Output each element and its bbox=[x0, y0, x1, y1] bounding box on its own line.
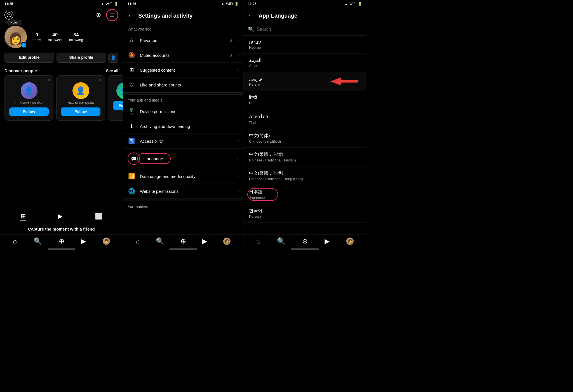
card-avatar-2: 👤 bbox=[116, 82, 123, 99]
posts-stat[interactable]: 0 posts bbox=[32, 32, 41, 42]
bottom-nav-1: ⌂ 🔍 ⊕ ▶ 👩 bbox=[0, 234, 123, 247]
language-search-input[interactable] bbox=[257, 27, 362, 32]
lang-hebrew[interactable]: עברית Hebrew bbox=[243, 36, 367, 54]
device-text: Device permissions bbox=[140, 109, 233, 114]
status-icons-2: ▲ WiFi 🔋 bbox=[221, 2, 239, 6]
settings-like-share[interactable]: ♡ Like and share counts › bbox=[123, 78, 243, 92]
tab-icons: ⊞ ▶ ⬜ bbox=[0, 209, 123, 224]
like-share-chevron: › bbox=[237, 83, 239, 87]
follow-button-2[interactable]: Follow bbox=[113, 101, 123, 110]
lang-english-3: Hindi bbox=[249, 101, 361, 105]
new-post-icon-3[interactable]: ⊕ bbox=[302, 237, 308, 245]
home-icon-3[interactable]: ⌂ bbox=[256, 237, 260, 245]
search-icon-3[interactable]: 🔍 bbox=[277, 237, 285, 245]
favorites-text: Favorites bbox=[140, 38, 225, 43]
section-divider-2 bbox=[123, 199, 243, 201]
suggest-card-0: ✕ 👤 Suggested for you Follow bbox=[4, 75, 53, 121]
see-all-link[interactable]: See all bbox=[106, 69, 118, 73]
wifi-icon-2: WiFi bbox=[226, 2, 233, 6]
status-bar-1: 11:25 ▲ WiFi 🔋 bbox=[0, 0, 123, 8]
muted-badge: 0 bbox=[230, 53, 232, 57]
lang-thai[interactable]: ภาษาไทย Thai bbox=[243, 109, 367, 129]
lang-arabic[interactable]: العربية Arabic bbox=[243, 54, 367, 72]
device-chevron: › bbox=[237, 109, 239, 114]
settings-favorites[interactable]: ☆ Favorites 0 › bbox=[123, 33, 243, 48]
suggested-content-text: Suggested content bbox=[140, 68, 233, 72]
lang-native-2: فارسی bbox=[249, 76, 262, 82]
share-profile-button[interactable]: Share profile bbox=[57, 53, 106, 63]
menu-button[interactable]: ☰ bbox=[106, 9, 118, 21]
followers-label: followers bbox=[48, 38, 62, 42]
accessibility-icon: ♿ bbox=[128, 138, 135, 144]
lang-hindi[interactable]: हिन्दी Hindi bbox=[243, 91, 367, 109]
close-card-0[interactable]: ✕ bbox=[47, 78, 50, 82]
card-label-1: New to Instagram bbox=[67, 101, 94, 105]
following-label: following bbox=[69, 38, 83, 42]
new-post-icon-2[interactable]: ⊕ bbox=[180, 237, 186, 245]
new-post-icon-1[interactable]: ⊕ bbox=[59, 237, 64, 245]
profile-avatar-2[interactable]: 👩 bbox=[223, 238, 231, 245]
search-icon-1[interactable]: 🔍 bbox=[34, 237, 42, 245]
settings-data-usage[interactable]: 📶 Data usage and media quality › bbox=[123, 169, 243, 184]
home-icon-2[interactable]: ⌂ bbox=[136, 237, 140, 245]
settings-muted[interactable]: 🔕 Muted accounts 0 › bbox=[123, 48, 243, 63]
time-1: 11:25 bbox=[4, 2, 13, 6]
profile-avatar-3[interactable]: 👩 bbox=[346, 238, 354, 245]
battery-icon-3: 🔋 bbox=[358, 2, 362, 6]
reels-icon-2[interactable]: ▶ bbox=[202, 237, 207, 245]
followers-stat[interactable]: 40 followers bbox=[48, 32, 62, 42]
suggested-content-chevron: › bbox=[237, 68, 239, 72]
settings-archiving[interactable]: ⬇ Archiving and downloading › bbox=[123, 119, 243, 134]
red-arrow-wrap bbox=[327, 76, 361, 87]
settings-device-permissions[interactable]: 📱 Device permissions › bbox=[123, 104, 243, 119]
settings-language[interactable]: 💬 Language › bbox=[123, 149, 243, 169]
profile-section: Note... 👩 + 0 posts 40 followers 34 foll… bbox=[0, 24, 123, 53]
section-divider-1 bbox=[123, 92, 243, 95]
language-header: ← App Language bbox=[243, 8, 367, 24]
home-indicator-1 bbox=[48, 248, 76, 250]
followers-count: 40 bbox=[48, 32, 62, 38]
follow-button-1[interactable]: Follow bbox=[61, 107, 100, 116]
new-post-icon[interactable]: ⊕ bbox=[96, 11, 101, 19]
reels-icon-3[interactable]: ▶ bbox=[325, 237, 330, 245]
favorites-chevron: › bbox=[237, 38, 239, 43]
settings-website-permissions[interactable]: 🌐 Website permissions › bbox=[123, 184, 243, 199]
settings-suggested-content[interactable]: ⊞ Suggested content › bbox=[123, 63, 243, 78]
tab-tagged[interactable]: ⬜ bbox=[94, 212, 103, 221]
following-stat[interactable]: 34 following bbox=[69, 32, 83, 42]
discover-title: Discover people bbox=[4, 68, 37, 73]
discover-scroll: ✕ 👤 Suggested for you Follow ✕ 👤 New to … bbox=[0, 75, 123, 121]
status-icons-3: ▲ WiFi 🔋 bbox=[344, 2, 362, 6]
language-title: App Language bbox=[259, 13, 297, 19]
language-back-button[interactable]: ← bbox=[248, 12, 254, 19]
lang-persian[interactable]: فارسی Persian bbox=[243, 72, 367, 91]
search-icon-2[interactable]: 🔍 bbox=[156, 237, 164, 245]
settings-header: ← Settings and activity bbox=[123, 8, 243, 24]
lang-chinese-hk[interactable]: 中文(繁體，香港) Chinese (Traditional, Hong Kon… bbox=[243, 166, 367, 185]
tab-grid[interactable]: ⊞ bbox=[20, 212, 26, 221]
threads-icon[interactable]: ⓣ bbox=[4, 11, 13, 20]
follow-button-0[interactable]: Follow bbox=[9, 107, 49, 116]
note-bubble[interactable]: Note... bbox=[7, 20, 22, 25]
settings-accessibility[interactable]: ♿ Accessibility › bbox=[123, 134, 243, 149]
add-person-button[interactable]: 👤 bbox=[108, 53, 118, 63]
language-icon: 💬 bbox=[131, 156, 137, 161]
lang-chinese-simplified[interactable]: 中文(简体) Chinese (simplified) bbox=[243, 129, 367, 148]
time-3: 11:26 bbox=[248, 2, 257, 6]
lang-japanese[interactable]: 日本語 Japanese bbox=[243, 185, 367, 204]
language-list: עברית Hebrew العربية Arabic فارسی Persia… bbox=[243, 36, 367, 234]
settings-back-button[interactable]: ← bbox=[128, 12, 134, 19]
close-card-1[interactable]: ✕ bbox=[99, 78, 102, 82]
lang-english-6: Chinese (Traditional, Taiwan) bbox=[249, 158, 361, 162]
add-story-button[interactable]: + bbox=[21, 42, 27, 48]
svg-marker-0 bbox=[330, 77, 358, 86]
reels-icon-1[interactable]: ▶ bbox=[81, 237, 86, 245]
home-icon-1[interactable]: ⌂ bbox=[13, 237, 17, 245]
tab-video[interactable]: ▶ bbox=[57, 212, 63, 221]
edit-profile-button[interactable]: Edit profile bbox=[4, 53, 54, 63]
suggest-card-1: ✕ 👤 New to Instagram Follow bbox=[56, 75, 105, 121]
lang-korean[interactable]: 한국어 Korean bbox=[243, 204, 367, 223]
red-arrow-icon bbox=[327, 76, 361, 87]
profile-avatar-1[interactable]: 👩 bbox=[103, 238, 110, 245]
lang-chinese-taiwan[interactable]: 中文(繁體，台灣) Chinese (Traditional, Taiwan) bbox=[243, 148, 367, 166]
